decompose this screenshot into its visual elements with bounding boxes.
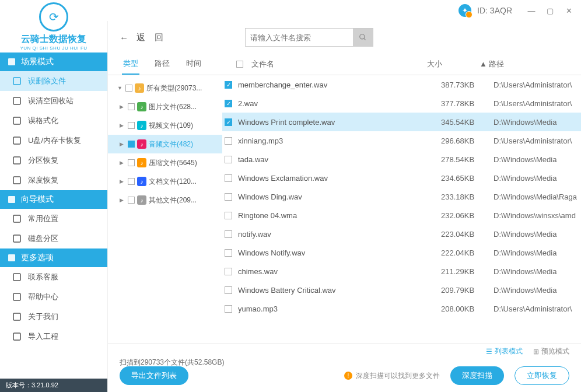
file-checkbox[interactable]	[225, 81, 232, 89]
file-row[interactable]: tada.wav278.54KBD:\Windows\Media	[222, 150, 581, 169]
sidebar-item[interactable]: 分区恢复	[0, 150, 107, 170]
tree-node[interactable]: ▶♪音频文件(482)	[108, 135, 222, 153]
list-mode-button[interactable]: ☰ 列表模式	[486, 346, 523, 356]
sidebar-item[interactable]: U盘/内存卡恢复	[0, 131, 107, 150]
item-icon	[12, 175, 22, 186]
filetype-icon: ♪	[137, 102, 146, 111]
file-checkbox[interactable]	[225, 268, 232, 275]
tree-checkbox[interactable]	[128, 122, 135, 129]
user-badge-icon[interactable]: ✦	[459, 4, 471, 17]
tree-checkbox[interactable]	[125, 85, 132, 92]
sidebar-item-label: 关于我们	[28, 312, 58, 322]
expand-icon[interactable]: ▶	[120, 104, 125, 110]
expand-icon[interactable]: ▶	[120, 197, 125, 203]
sidebar-item[interactable]: 帮助中心	[0, 287, 107, 307]
svg-line-16	[364, 38, 366, 40]
tree-label: 音频文件(482)	[149, 139, 193, 149]
back-button[interactable]: ← 返 回	[120, 32, 167, 43]
tree-checkbox[interactable]	[128, 159, 135, 166]
file-row[interactable]: memberchange_enter.wav387.73KBD:\Users\A…	[222, 75, 581, 94]
tree-node[interactable]: ▶♪压缩文件(5645)	[108, 153, 222, 172]
file-checkbox[interactable]	[225, 137, 232, 145]
svg-rect-13	[13, 313, 20, 320]
tree-checkbox[interactable]	[128, 178, 135, 185]
file-checkbox[interactable]	[225, 305, 232, 313]
column-path[interactable]: ▲ 路径	[480, 59, 567, 69]
export-list-button[interactable]: 导出文件列表	[120, 366, 188, 385]
tree-checkbox[interactable]	[128, 103, 135, 110]
file-row[interactable]: yumao.mp3208.00KBD:\Users\Administrator\	[222, 299, 581, 318]
file-checkbox[interactable]	[225, 156, 232, 163]
sidebar-item[interactable]: 联系客服	[0, 267, 107, 287]
file-row[interactable]: Ringtone 04.wma232.06KBD:\Windows\winsxs…	[222, 206, 581, 225]
file-row[interactable]: 2.wav377.78KBD:\Users\Administrator\	[222, 94, 581, 113]
file-path: D:\Users\Administrator\	[494, 80, 581, 89]
search-input[interactable]	[246, 33, 353, 42]
search-box	[245, 28, 373, 47]
expand-icon[interactable]: ▶	[120, 160, 125, 166]
file-name: chimes.wav	[238, 267, 441, 276]
sidebar-item[interactable]: 误格式化	[0, 111, 107, 131]
sidebar-item[interactable]: 误清空回收站	[0, 91, 107, 111]
tree-label: 所有类型(29073...	[146, 83, 202, 93]
sidebar-item[interactable]: 误删除文件	[0, 71, 107, 91]
file-checkbox[interactable]	[225, 193, 232, 201]
file-checkbox[interactable]	[225, 230, 232, 238]
file-row[interactable]: Windows Print complete.wav345.54KBD:\Win…	[222, 113, 581, 131]
file-name: Ringtone 04.wma	[238, 211, 441, 220]
sidebar-item[interactable]: 关于我们	[0, 307, 107, 327]
expand-icon[interactable]: ▼	[117, 85, 123, 91]
tree-node[interactable]: ▼♪所有类型(29073...	[108, 79, 222, 97]
file-checkbox[interactable]	[225, 174, 232, 182]
tree-node[interactable]: ▶♪文档文件(120...	[108, 172, 222, 191]
file-checkbox[interactable]	[225, 118, 232, 126]
close-button[interactable]: ✕	[562, 4, 575, 17]
recover-button[interactable]: 立即恢复	[514, 366, 569, 385]
svg-rect-10	[8, 254, 15, 261]
column-size[interactable]: 大小	[427, 59, 480, 69]
file-row[interactable]: notify.wav223.04KBD:\Windows\Media	[222, 225, 581, 243]
deep-scan-button[interactable]: 深度扫描	[450, 366, 504, 385]
svg-rect-2	[13, 97, 20, 104]
tree-checkbox[interactable]	[128, 197, 135, 204]
file-path: D:\Users\Administrator\	[494, 304, 581, 313]
search-button[interactable]	[353, 29, 373, 46]
tree-checkbox[interactable]	[128, 141, 135, 148]
sidebar-item[interactable]: 磁盘分区	[0, 229, 107, 249]
minimize-button[interactable]: —	[525, 4, 538, 17]
expand-icon[interactable]: ▶	[120, 178, 125, 184]
sidebar-item[interactable]: 深度恢复	[0, 170, 107, 190]
file-row[interactable]: Windows Exclamation.wav234.65KBD:\Window…	[222, 169, 581, 187]
file-row[interactable]: Windows Battery Critical.wav209.79KBD:\W…	[222, 281, 581, 299]
file-row[interactable]: xinniang.mp3296.68KBD:\Users\Administrat…	[222, 131, 581, 150]
sidebar-item-label: 常用位置	[28, 214, 58, 224]
file-row[interactable]: Windows Notify.wav222.04KBD:\Windows\Med…	[222, 243, 581, 262]
tab[interactable]: 时间	[185, 54, 202, 75]
tab[interactable]: 类型	[122, 54, 139, 75]
expand-icon[interactable]: ▶	[120, 141, 125, 147]
tree-node[interactable]: ▶♪视频文件(109)	[108, 116, 222, 135]
file-row[interactable]: Windows Ding.wav233.18KBD:\Windows\Media…	[222, 187, 581, 206]
file-size: 232.06KB	[441, 211, 494, 220]
column-checkbox[interactable]	[236, 61, 251, 68]
file-checkbox[interactable]	[225, 249, 232, 257]
sidebar-item[interactable]: 常用位置	[0, 209, 107, 229]
expand-icon[interactable]: ▶	[120, 123, 125, 128]
tree-node[interactable]: ▶♪图片文件(628...	[108, 97, 222, 116]
file-size: 234.65KB	[441, 174, 494, 183]
tab[interactable]: 路径	[153, 54, 171, 75]
sidebar-header: 向导模式	[0, 190, 107, 209]
item-icon	[12, 233, 22, 244]
file-checkbox[interactable]	[225, 212, 232, 219]
file-checkbox[interactable]	[225, 100, 232, 107]
preview-mode-button[interactable]: ⊞ 预览模式	[533, 346, 569, 356]
sidebar-item[interactable]: 导入工程	[0, 327, 107, 346]
file-row[interactable]: chimes.wav211.29KBD:\Windows\Media	[222, 262, 581, 281]
item-icon	[12, 116, 22, 126]
tree-node[interactable]: ▶♪其他文件(209...	[108, 191, 222, 209]
scan-summary: 扫描到290733个文件(共52.58GB)	[120, 358, 224, 368]
maximize-button[interactable]: ▢	[544, 4, 556, 17]
column-filename[interactable]: 文件名	[251, 59, 427, 69]
file-name: Windows Battery Critical.wav	[238, 286, 441, 295]
file-checkbox[interactable]	[225, 286, 232, 294]
